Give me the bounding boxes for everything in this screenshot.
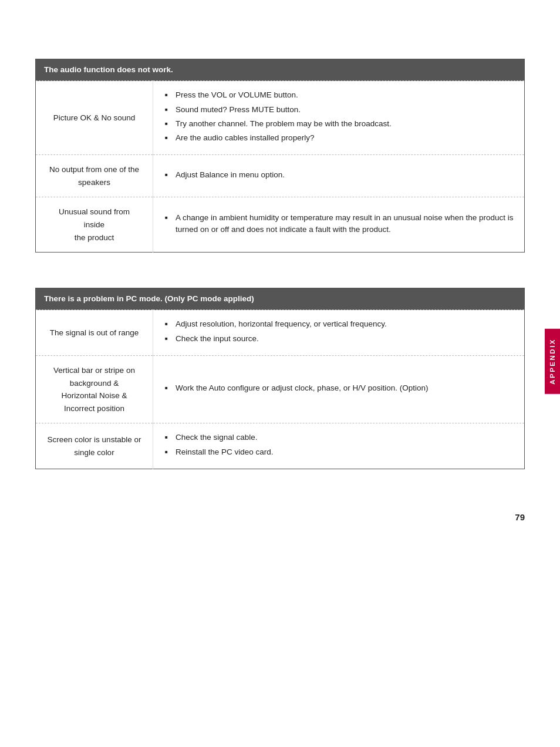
table-row: Picture OK & No sound Press the VOL or V… [36, 81, 525, 155]
page-container: The audio function does not work. Pictur… [0, 0, 560, 540]
list-item: A change in ambient humidity or temperat… [165, 212, 515, 236]
problem-cell-2: No output from one of the speakers [36, 155, 153, 197]
solution-list-3: A change in ambient humidity or temperat… [165, 212, 515, 236]
table-row: Screen color is unstable or single color… [36, 423, 525, 469]
table-row: No output from one of the speakers Adjus… [36, 155, 525, 197]
problem-label-pc-3: Screen color is unstable or single color [48, 435, 141, 457]
solution-cell-pc-3: Check the signal cable. Reinstall the PC… [153, 423, 525, 469]
list-item: Adjust Balance in menu option. [165, 169, 515, 181]
list-item: Try another channel. The problem may be … [165, 118, 515, 130]
solution-list-2: Adjust Balance in menu option. [165, 169, 515, 181]
solution-cell-3: A change in ambient humidity or temperat… [153, 197, 525, 253]
list-item: Press the VOL or VOLUME button. [165, 89, 515, 101]
page-number: 79 [515, 512, 525, 522]
list-item: Reinstall the PC video card. [165, 446, 515, 458]
pc-table-header-row: There is a problem in PC mode. (Only PC … [36, 288, 525, 310]
list-item: Check the input source. [165, 333, 515, 345]
solution-list-pc-2: Work the Auto configure or adjust clock,… [165, 382, 515, 394]
problem-label-1: Picture OK & No sound [53, 113, 136, 122]
solution-cell-1: Press the VOL or VOLUME button. Sound mu… [153, 81, 525, 155]
problem-label-pc-2: Vertical bar or stripe onbackground &Hor… [53, 366, 135, 413]
solution-list-1: Press the VOL or VOLUME button. Sound mu… [165, 89, 515, 144]
problem-label-3: Unusual sound frominsidethe product [59, 207, 130, 241]
pc-table-title: There is a problem in PC mode. (Only PC … [36, 288, 525, 310]
table-row: The signal is out of range Adjust resolu… [36, 310, 525, 356]
solution-cell-2: Adjust Balance in menu option. [153, 155, 525, 197]
pc-table: There is a problem in PC mode. (Only PC … [35, 288, 525, 469]
audio-table-header-row: The audio function does not work. [36, 59, 525, 81]
list-item: Adjust resolution, horizontal frequency,… [165, 318, 515, 330]
audio-table: The audio function does not work. Pictur… [35, 59, 525, 253]
solution-list-pc-3: Check the signal cable. Reinstall the PC… [165, 432, 515, 458]
problem-cell-pc-1: The signal is out of range [36, 310, 153, 356]
problem-cell-1: Picture OK & No sound [36, 81, 153, 155]
audio-table-title: The audio function does not work. [36, 59, 525, 81]
list-item: Check the signal cable. [165, 432, 515, 443]
solution-list-pc-1: Adjust resolution, horizontal frequency,… [165, 318, 515, 345]
problem-label-pc-1: The signal is out of range [50, 328, 139, 337]
table-row: Unusual sound frominsidethe product A ch… [36, 197, 525, 253]
problem-cell-pc-3: Screen color is unstable or single color [36, 423, 153, 469]
list-item: Sound muted? Press MUTE button. [165, 104, 515, 116]
appendix-tab: APPENDIX [545, 329, 560, 394]
solution-cell-pc-2: Work the Auto configure or adjust clock,… [153, 355, 525, 423]
list-item: Are the audio cables installed properly? [165, 132, 515, 144]
problem-cell-pc-2: Vertical bar or stripe onbackground &Hor… [36, 355, 153, 423]
problem-label-2: No output from one of the speakers [49, 165, 139, 187]
solution-cell-pc-1: Adjust resolution, horizontal frequency,… [153, 310, 525, 356]
list-item: Work the Auto configure or adjust clock,… [165, 382, 515, 394]
table-row: Vertical bar or stripe onbackground &Hor… [36, 355, 525, 423]
problem-cell-3: Unusual sound frominsidethe product [36, 197, 153, 253]
